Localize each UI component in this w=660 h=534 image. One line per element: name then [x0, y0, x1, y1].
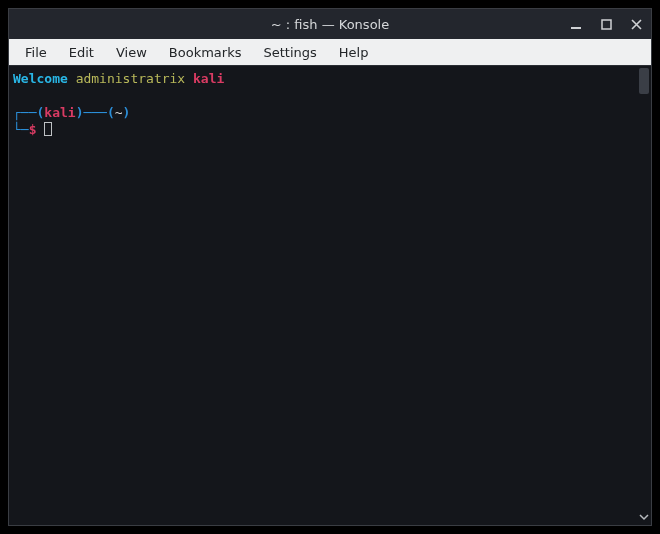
prompt-box-top-left: ┌──	[13, 105, 36, 120]
menubar: File Edit View Bookmarks Settings Help	[9, 39, 651, 65]
close-icon	[631, 19, 642, 30]
menu-edit[interactable]: Edit	[59, 42, 104, 63]
scroll-down-button[interactable]	[637, 509, 651, 525]
maximize-icon	[601, 19, 612, 30]
prompt-host: kali	[44, 105, 75, 120]
konsole-window: ~ : fish — Konsole File Edit View Bookma…	[8, 8, 652, 526]
prompt-cwd-close: )	[123, 105, 131, 120]
menu-settings[interactable]: Settings	[253, 42, 326, 63]
minimize-button[interactable]	[567, 15, 585, 33]
scroll-thumb[interactable]	[639, 68, 649, 94]
menu-bookmarks[interactable]: Bookmarks	[159, 42, 252, 63]
window-title: ~ : fish — Konsole	[9, 17, 651, 32]
prompt-symbol: $	[29, 122, 37, 137]
svg-rect-0	[571, 27, 581, 29]
cursor	[44, 122, 52, 136]
window-controls	[567, 9, 645, 39]
terminal-area: Welcome administratrix kali ┌──(kali)───…	[9, 65, 651, 525]
welcome-word3: kali	[193, 71, 224, 86]
prompt-cwd-open: (	[107, 105, 115, 120]
prompt-cwd: ~	[115, 105, 123, 120]
close-button[interactable]	[627, 15, 645, 33]
menu-help[interactable]: Help	[329, 42, 379, 63]
welcome-word1: Welcome	[13, 71, 68, 86]
titlebar[interactable]: ~ : fish — Konsole	[9, 9, 651, 39]
menu-view[interactable]: View	[106, 42, 157, 63]
terminal[interactable]: Welcome administratrix kali ┌──(kali)───…	[9, 66, 637, 525]
scrollbar[interactable]	[637, 66, 651, 525]
maximize-button[interactable]	[597, 15, 615, 33]
prompt-box-mid: ───	[83, 105, 106, 120]
chevron-down-icon	[639, 512, 649, 522]
welcome-word2: administratrix	[76, 71, 186, 86]
svg-rect-1	[602, 20, 611, 29]
minimize-icon	[570, 18, 582, 30]
menu-file[interactable]: File	[15, 42, 57, 63]
prompt-box-corner: └─	[13, 122, 29, 137]
